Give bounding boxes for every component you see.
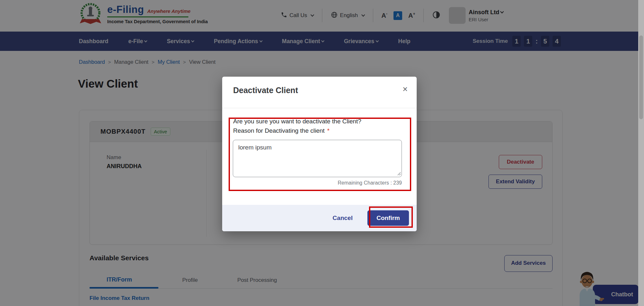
modal-footer: Cancel Confirm	[222, 205, 417, 231]
confirm-question: Are you sure you want to deactivate the …	[233, 118, 361, 125]
textarea-resize-handle[interactable]	[396, 171, 401, 176]
scrollbar-thumb[interactable]	[639, 35, 643, 119]
cancel-button[interactable]: Cancel	[333, 215, 353, 222]
required-marker: *	[327, 127, 329, 134]
reason-label: Reason for Deactivating the client*	[233, 127, 330, 134]
efiling-page: e-Filing Anywhere Anytime Income Tax Dep…	[0, 0, 644, 306]
modal-header-divider	[222, 108, 417, 108]
deactivate-client-modal: Deactivate Client × Are you sure you wan…	[222, 77, 417, 231]
vertical-scrollbar[interactable]	[638, 0, 644, 306]
confirm-button[interactable]: Confirm	[367, 210, 409, 226]
close-icon[interactable]: ×	[402, 85, 408, 94]
remaining-characters: Remaining Characters : 239	[233, 180, 402, 186]
modal-title: Deactivate Client	[233, 86, 298, 95]
reason-textarea[interactable]: lorem ipsum	[233, 140, 402, 177]
